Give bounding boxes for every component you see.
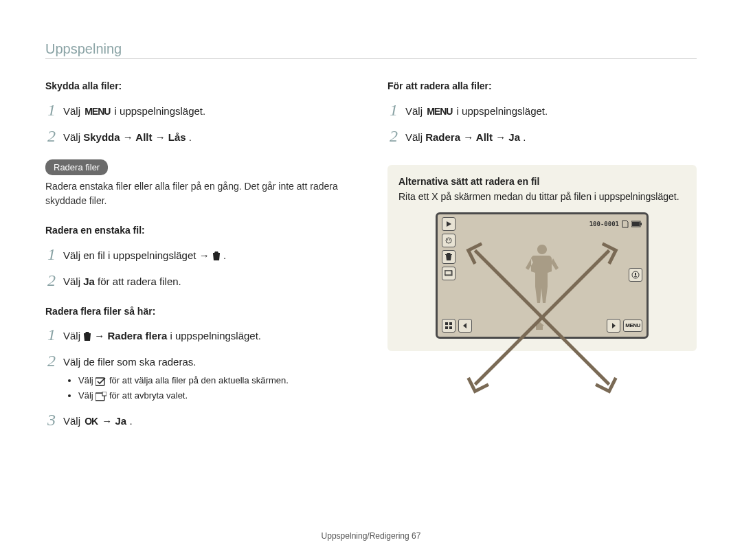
svg-rect-15 (445, 326, 448, 329)
face-detect-icon (442, 234, 456, 247)
play-mode-icon (442, 217, 456, 231)
text-bold: Ja (83, 276, 95, 287)
svg-point-7 (447, 239, 448, 240)
text: . (223, 249, 226, 261)
text: Välj (63, 415, 83, 427)
text: i uppspelningsläget. (170, 330, 261, 341)
text: Välj de filer som ska raderas. (63, 354, 289, 370)
text: för att avbryta valet. (109, 390, 188, 401)
note-box: Alternativa sätt att radera en fil Rita … (387, 165, 697, 351)
step-number: 1 (387, 102, 400, 118)
step-number: 2 (45, 272, 58, 289)
step-number: 2 (387, 128, 400, 144)
all-step-1: 1 Välj MENU i uppspelningsläget. (387, 100, 697, 120)
heading-single-delete: Radera en enstaka fil: (45, 224, 355, 238)
text: . (129, 415, 132, 427)
x-gesture-overlay (458, 234, 626, 401)
step-number: 1 (45, 326, 58, 343)
single-step-2: 2 Välj Ja för att radera filen. (45, 271, 355, 290)
svg-rect-5 (632, 222, 640, 226)
ok-icon: OK (83, 416, 99, 427)
bullet-select-all: Välj för att välja alla filer på den akt… (78, 373, 289, 388)
svg-rect-0 (95, 378, 104, 385)
memory-card-icon (621, 220, 629, 228)
right-column: För att radera alla filer: 1 Välj MENU i… (387, 80, 697, 429)
left-column: Skydda alla filer: 1 Välj MENU i uppspel… (45, 80, 355, 429)
text: Välj (405, 105, 425, 117)
slideshow-icon (442, 267, 456, 280)
text: → (94, 330, 107, 341)
text: Välj (63, 105, 83, 117)
trash-icon (212, 251, 221, 261)
section-pill-radera-filer: Radera filer (45, 159, 108, 175)
text-bold: Radera → Allt → Ja (425, 131, 520, 143)
voice-memo-icon (629, 268, 642, 282)
text: Välj (63, 330, 83, 341)
svg-rect-13 (445, 322, 448, 325)
text: i uppspelningsläget. (115, 105, 206, 117)
text: . (523, 131, 526, 143)
heading-multi-delete: Radera flera filer så här: (45, 305, 355, 319)
menu-icon: MENU (425, 106, 453, 117)
svg-rect-12 (635, 273, 636, 276)
note-title: Alternativa sätt att radera en fil (398, 176, 686, 187)
trash-button-icon (442, 250, 456, 264)
text: Välj (63, 276, 83, 287)
text: . (189, 131, 192, 143)
protect-step-2: 2 Välj Skydda → Allt → Lås . (45, 126, 355, 146)
heading-protect-all: Skydda alla filer: (45, 80, 355, 93)
bullet-cancel: Välj för att avbryta valet. (78, 388, 289, 403)
thumbnail-view-icon (442, 319, 456, 333)
menu-button-icon: MENU (623, 320, 642, 332)
svg-rect-16 (449, 326, 452, 329)
heading-delete-all: För att radera alla filer: (387, 80, 697, 93)
text: Välj en fil i uppspelningsläget → (63, 249, 212, 261)
svg-point-6 (446, 238, 451, 243)
text-bold: Ja (115, 415, 127, 427)
multi-step-1: 1 Välj → Radera flera i uppspelningsläge… (45, 325, 355, 344)
note-text: Rita ett X på skärmen medan du tittar på… (398, 190, 686, 204)
text: Välj (78, 390, 95, 401)
page-footer: Uppspelning/Redigering 67 (0, 531, 742, 541)
step-number: 3 (45, 412, 58, 428)
text: för att radera filen. (98, 276, 181, 287)
text: för att välja alla filer på den aktuella… (109, 375, 289, 385)
text: Välj (63, 131, 83, 143)
step-number: 1 (45, 102, 58, 118)
multi-step-3: 3 Välj OK → Ja . (45, 410, 355, 429)
text: i uppspelningsläget. (457, 105, 548, 117)
step-number: 2 (45, 352, 58, 369)
step-number: 2 (45, 128, 58, 144)
text: → (102, 415, 115, 427)
battery-icon (631, 221, 642, 227)
header-rule (45, 58, 697, 59)
camera-screen-illustration: 100-0001 (436, 212, 649, 339)
svg-rect-2 (102, 392, 106, 396)
multi-step-2: 2 Välj de filer som ska raderas. Välj fö… (45, 351, 355, 403)
svg-rect-4 (640, 223, 642, 225)
pill-description: Radera enstaka filer eller alla filer på… (45, 179, 355, 209)
text: Välj (78, 375, 95, 385)
svg-rect-14 (449, 322, 452, 325)
single-step-1: 1 Välj en fil i uppspelningsläget → . (45, 245, 355, 264)
protect-step-1: 1 Välj MENU i uppspelningsläget. (45, 100, 355, 120)
text-bold: Skydda → Allt → Lås (83, 131, 186, 143)
frame-counter: 100-0001 (589, 221, 619, 227)
text: Välj (405, 131, 425, 143)
text-bold: Radera flera (108, 330, 168, 341)
trash-icon (83, 332, 91, 341)
step-number: 1 (45, 246, 58, 262)
select-all-icon (95, 377, 106, 386)
deselect-icon (95, 392, 106, 401)
menu-icon: MENU (83, 106, 111, 117)
all-step-2: 2 Välj Radera → Allt → Ja . (387, 126, 697, 146)
svg-point-8 (449, 239, 450, 240)
page-title: Uppspelning (45, 41, 697, 57)
